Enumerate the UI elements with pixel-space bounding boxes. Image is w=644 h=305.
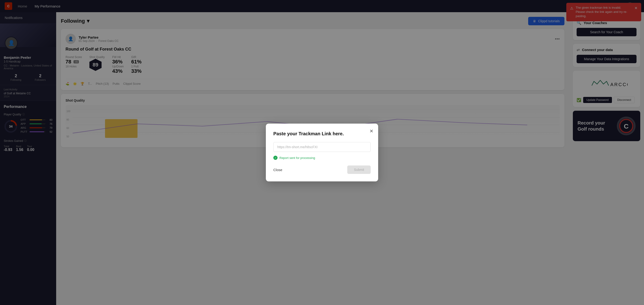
modal-overlay: ✕ Paste your Trackman Link here. ✓ Repor… bbox=[0, 0, 644, 305]
modal-success-message: ✓ Report sent for processing bbox=[273, 156, 371, 160]
trackman-modal: ✕ Paste your Trackman Link here. ✓ Repor… bbox=[266, 124, 378, 182]
modal-title: Paste your Trackman Link here. bbox=[273, 131, 371, 136]
modal-submit-button[interactable]: Submit bbox=[347, 166, 371, 174]
modal-close-x-button[interactable]: ✕ bbox=[370, 128, 374, 134]
modal-close-button[interactable]: Close bbox=[273, 168, 282, 172]
modal-actions: Close Submit bbox=[273, 166, 371, 174]
trackman-link-input[interactable] bbox=[273, 142, 371, 152]
success-check-icon: ✓ bbox=[273, 156, 278, 160]
